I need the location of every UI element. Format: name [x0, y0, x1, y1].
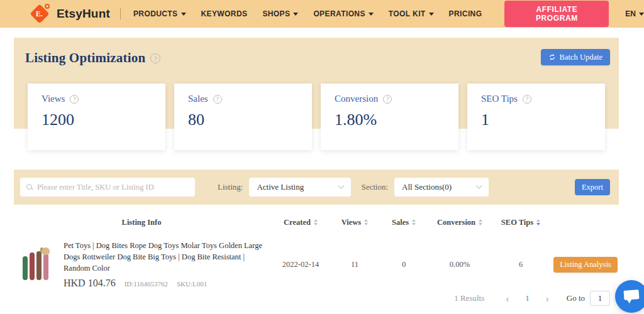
- batch-update-button[interactable]: Batch Update: [541, 49, 610, 65]
- section-select[interactable]: All Sections(0): [394, 178, 489, 197]
- views-cell: 11: [332, 260, 377, 269]
- stat-card-views: Views ? 1200: [28, 84, 165, 150]
- stat-cards: Views ? 1200 Sales ? 80 Conversion ? 1.8…: [28, 84, 605, 150]
- search-input[interactable]: [37, 178, 195, 197]
- stat-value: 1.80%: [335, 111, 445, 129]
- export-button[interactable]: Export: [575, 179, 610, 195]
- help-icon[interactable]: ?: [150, 53, 160, 63]
- chevron-down-icon: [476, 182, 482, 188]
- chat-bubble-icon: [624, 290, 640, 300]
- chat-widget-button[interactable]: [615, 280, 644, 313]
- next-page-icon[interactable]: ›: [542, 293, 553, 304]
- affiliate-program-button[interactable]: AFFILIATE PROGRAM: [504, 1, 609, 27]
- conversion-cell: 0.00%: [430, 260, 489, 269]
- listing-info-cell: Pet Toys | Dog Bites Rope Dog Toys Molar…: [14, 240, 269, 289]
- goto-label: Go to: [567, 293, 585, 303]
- nav-item-pricing[interactable]: PRICING: [449, 9, 482, 18]
- actions-cell: Listing Analysis: [552, 257, 619, 273]
- listing-optimization-page: E. EtsyHunt PRODUCTS KEYWORDS SHOPS OPER…: [0, 0, 644, 314]
- prev-page-icon[interactable]: ‹: [502, 293, 513, 304]
- nav-divider: [120, 8, 121, 19]
- listing-filter-label: Listing:: [218, 182, 243, 192]
- nav-item-shops[interactable]: SHOPS: [262, 9, 298, 18]
- nav-item-operations[interactable]: OPERATIONS: [313, 9, 373, 18]
- chevron-down-icon: [639, 13, 644, 16]
- nav-item-products[interactable]: PRODUCTS: [133, 9, 186, 18]
- search-icon: [26, 184, 33, 190]
- sort-icon-active-desc: [536, 219, 540, 225]
- stat-card-seo-tips: SEO Tips ? 1: [467, 84, 605, 150]
- listing-id: ID:1164653762: [125, 280, 168, 288]
- chevron-down-icon: [338, 182, 345, 188]
- table-header-row: Listing Info Created Views Sales Convers…: [14, 214, 619, 231]
- column-header-seo-tips[interactable]: SEO Tips: [489, 218, 552, 227]
- column-header-views[interactable]: Views: [332, 218, 377, 227]
- listing-title[interactable]: Pet Toys | Dog Bites Rope Dog Toys Molar…: [64, 240, 269, 274]
- sort-icon: [364, 219, 368, 225]
- help-icon[interactable]: ?: [523, 95, 531, 104]
- search-box: [20, 178, 195, 197]
- created-cell: 2022-02-14: [269, 260, 332, 269]
- filter-bar: Listing: Active Listing Section: All Sec…: [14, 170, 619, 205]
- chevron-down-icon: [429, 13, 434, 16]
- chevron-down-icon: [293, 13, 298, 16]
- pagination: 1 Results ‹ 1 › Go to: [454, 291, 610, 306]
- sales-cell: 0: [377, 260, 430, 269]
- table-row: Pet Toys | Dog Bites Rope Dog Toys Molar…: [14, 240, 619, 289]
- results-count: 1 Results: [454, 293, 484, 303]
- stat-label: Sales: [188, 94, 208, 104]
- sort-icon: [412, 219, 416, 225]
- seo-tips-cell: 6: [489, 260, 552, 269]
- chevron-down-icon: [181, 13, 186, 16]
- stat-card-sales: Sales ? 80: [174, 84, 312, 150]
- sort-icon: [479, 219, 482, 225]
- sort-icon: [314, 219, 318, 225]
- column-header-listing-info: Listing Info: [14, 218, 269, 227]
- goto-page-input[interactable]: [590, 291, 610, 306]
- listings-table: Listing Info Created Views Sales Convers…: [14, 214, 619, 289]
- sync-icon: [548, 53, 556, 61]
- etsyhunt-logo[interactable]: E. EtsyHunt: [30, 3, 110, 24]
- stat-card-conversion: Conversion ? 1.80%: [321, 84, 458, 150]
- stat-label: SEO Tips: [481, 94, 518, 104]
- stat-value: 1: [481, 111, 591, 129]
- stat-value: 80: [188, 111, 298, 129]
- column-header-conversion[interactable]: Conversion: [430, 218, 489, 227]
- main-menu: PRODUCTS KEYWORDS SHOPS OPERATIONS TOOL …: [133, 9, 482, 18]
- page-title: Listing Optimization: [25, 50, 145, 66]
- help-icon[interactable]: ?: [213, 95, 222, 104]
- language-selector[interactable]: EN: [625, 9, 644, 18]
- help-icon[interactable]: ?: [70, 95, 79, 104]
- product-thumbnail[interactable]: [22, 247, 51, 282]
- top-navbar: E. EtsyHunt PRODUCTS KEYWORDS SHOPS OPER…: [0, 0, 644, 28]
- listing-analysis-button[interactable]: Listing Analysis: [553, 257, 618, 273]
- column-header-sales[interactable]: Sales: [377, 218, 430, 227]
- nav-item-keywords[interactable]: KEYWORDS: [201, 9, 248, 18]
- etsyhunt-logo-icon: E.: [30, 3, 52, 24]
- listing-price: HKD 104.76: [64, 278, 116, 289]
- nav-item-toolkit[interactable]: TOOL KIT: [389, 9, 434, 18]
- listing-sku: SKU:L001: [177, 280, 207, 288]
- page-number-current[interactable]: 1: [513, 293, 542, 303]
- listing-status-select[interactable]: Active Listing: [249, 178, 351, 197]
- section-filter-label: Section:: [361, 182, 388, 192]
- stat-value: 1200: [42, 111, 152, 129]
- brand-name: EtsyHunt: [57, 7, 110, 21]
- column-header-created[interactable]: Created: [269, 218, 332, 227]
- chevron-down-icon: [369, 13, 374, 16]
- help-icon[interactable]: ?: [383, 95, 392, 104]
- stat-label: Conversion: [335, 94, 378, 104]
- stat-label: Views: [42, 94, 65, 104]
